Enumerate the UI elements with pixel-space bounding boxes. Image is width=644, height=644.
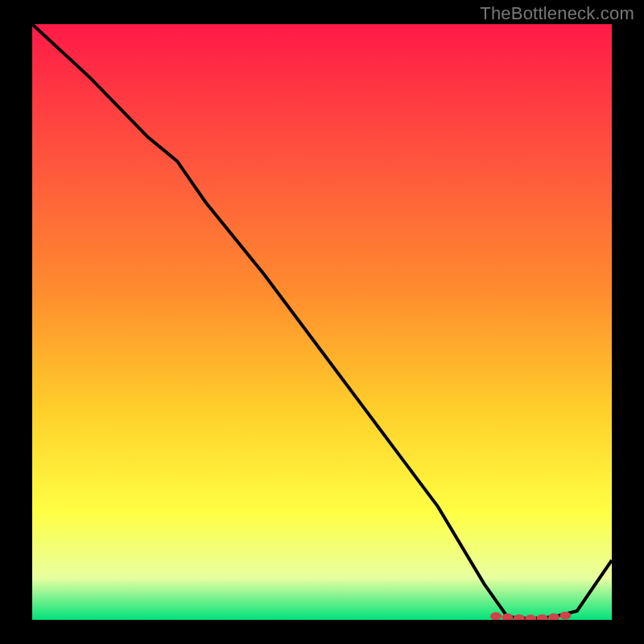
chart-container: TheBottleneck.com	[0, 0, 644, 644]
plot-area	[32, 24, 612, 620]
watermark-text: TheBottleneck.com	[480, 3, 634, 24]
valley-marker	[537, 614, 548, 622]
valley-marker	[514, 614, 525, 622]
valley-marker	[559, 612, 571, 620]
valley-marker	[502, 613, 513, 621]
valley-marker	[490, 613, 502, 621]
valley-marker	[525, 615, 536, 623]
valley-marker	[548, 613, 559, 621]
line-chart	[0, 0, 644, 644]
